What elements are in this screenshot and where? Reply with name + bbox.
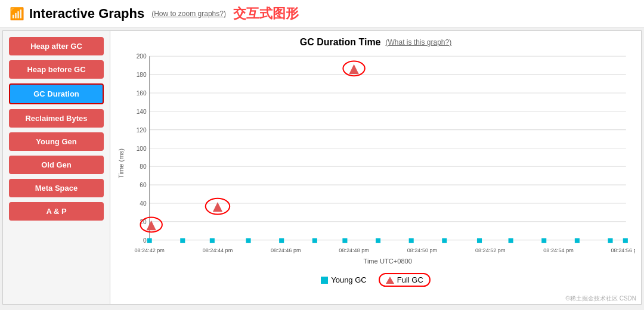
svg-rect-47	[608, 238, 612, 243]
svg-text:120: 120	[137, 127, 147, 134]
svg-rect-39	[342, 238, 347, 243]
chart-title-row: GC Duration Time (What is this graph?)	[116, 37, 635, 48]
svg-rect-48	[623, 238, 628, 243]
young-gc-label: Young GC	[331, 275, 367, 284]
title-text: Interactive Graphs	[29, 6, 144, 21]
main-content: Heap after GC Heap before GC GC Duration…	[2, 30, 642, 305]
full-gc-icon	[386, 277, 394, 284]
svg-rect-33	[147, 238, 152, 243]
sidebar-item-reclaimed-bytes[interactable]: Reclaimed Bytes	[9, 109, 104, 128]
svg-text:08:24:54 pm: 08:24:54 pm	[543, 247, 574, 253]
svg-text:80: 80	[140, 163, 147, 170]
sidebar-item-young-gen[interactable]: Young Gen	[9, 132, 104, 151]
svg-text:60: 60	[140, 182, 147, 188]
svg-rect-46	[575, 238, 580, 243]
svg-rect-37	[279, 238, 284, 243]
svg-rect-41	[409, 238, 414, 243]
svg-rect-38	[312, 238, 317, 243]
svg-text:180: 180	[137, 72, 147, 78]
svg-text:Time (ms): Time (ms)	[117, 148, 125, 179]
svg-rect-43	[477, 238, 482, 243]
svg-text:08:24:42 pm: 08:24:42 pm	[134, 247, 165, 253]
chart-area: GC Duration Time (What is this graph?) T…	[110, 31, 641, 304]
chart-container: Time (ms) 0 20 40 60	[116, 50, 635, 271]
svg-text:40: 40	[140, 200, 147, 207]
svg-text:200: 200	[137, 53, 147, 60]
svg-rect-34	[180, 238, 185, 243]
svg-text:08:24:56 pm: 08:24:56 pm	[611, 247, 635, 253]
svg-text:Time UTC+0800: Time UTC+0800	[364, 258, 412, 265]
svg-text:100: 100	[137, 145, 147, 151]
svg-rect-40	[376, 238, 380, 243]
page-header: 📶 Interactive Graphs (How to zoom graphs…	[0, 0, 644, 28]
svg-text:08:24:52 pm: 08:24:52 pm	[475, 247, 506, 253]
svg-text:160: 160	[137, 90, 147, 97]
svg-text:08:24:48 pm: 08:24:48 pm	[339, 247, 369, 253]
sidebar-item-heap-before-gc[interactable]: Heap before GC	[9, 60, 104, 79]
young-gc-icon	[321, 277, 328, 284]
sidebar-item-old-gen[interactable]: Old Gen	[9, 156, 104, 174]
sidebar-item-gc-duration[interactable]: GC Duration	[9, 83, 104, 104]
bar-chart-icon: 📶	[10, 7, 24, 21]
sidebar-item-meta-space[interactable]: Meta Space	[9, 179, 104, 197]
sidebar: Heap after GC Heap before GC GC Duration…	[3, 31, 110, 304]
page-title: 📶 Interactive Graphs	[10, 6, 144, 21]
svg-rect-42	[442, 238, 447, 243]
svg-rect-35	[210, 238, 215, 243]
chart-legend: Young GC Full GC	[116, 273, 635, 287]
svg-marker-53	[349, 64, 358, 74]
zoom-help-link[interactable]: (How to zoom graphs?)	[151, 10, 226, 18]
svg-rect-45	[541, 238, 546, 243]
svg-text:08:24:50 pm: 08:24:50 pm	[407, 247, 438, 253]
legend-young-gc: Young GC	[321, 275, 367, 284]
full-gc-label: Full GC	[397, 275, 423, 284]
svg-rect-44	[509, 238, 513, 243]
sidebar-item-a-and-p[interactable]: A & P	[9, 202, 104, 221]
chinese-title: 交互式图形	[233, 5, 299, 23]
svg-text:0: 0	[143, 237, 147, 244]
svg-text:140: 140	[137, 108, 147, 115]
chart-title: GC Duration Time	[300, 37, 381, 48]
svg-rect-36	[246, 238, 251, 243]
watermark: ©稀土掘金技术社区 CSDN	[566, 294, 636, 303]
sidebar-item-heap-after-gc[interactable]: Heap after GC	[9, 37, 104, 55]
what-is-graph-link[interactable]: (What is this graph?)	[386, 38, 452, 46]
svg-text:08:24:46 pm: 08:24:46 pm	[271, 247, 301, 253]
svg-text:08:24:44 pm: 08:24:44 pm	[203, 247, 233, 253]
legend-full-gc: Full GC	[379, 273, 431, 287]
chart-svg: Time (ms) 0 20 40 60	[116, 50, 635, 271]
